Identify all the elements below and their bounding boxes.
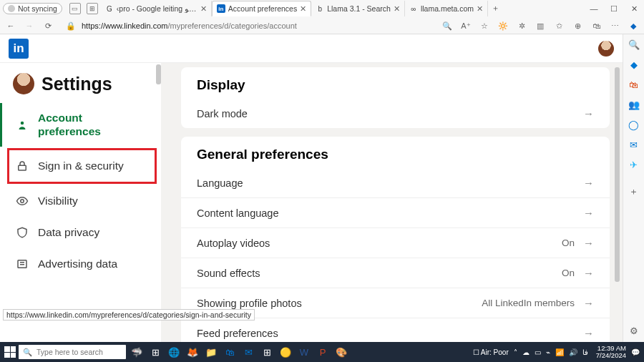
new-tab-button[interactable]: ＋ [488, 4, 502, 14]
battery-icon[interactable]: ▭ [535, 348, 541, 356]
sidebar-item-label: Data privacy [38, 226, 99, 240]
send-icon[interactable]: ✈ [628, 159, 640, 170]
search-icon[interactable]: 🔍 [441, 19, 454, 32]
favicon-bing-icon: b [316, 4, 324, 13]
maximize-button[interactable]: ☐ [604, 0, 624, 17]
tab-close-icon[interactable]: ✕ [394, 4, 400, 14]
tab-close-icon[interactable]: ✕ [477, 4, 483, 14]
split-icon[interactable]: ▥ [534, 19, 547, 32]
vertical-tabs-icon[interactable]: ⊞ [87, 3, 98, 14]
sidebar-item-ads[interactable]: Advertising data [0, 248, 161, 280]
read-aloud-icon[interactable]: A⁺ [459, 19, 472, 32]
tab-2[interactable]: b Llama 3.1 - Search ✕ [311, 1, 405, 16]
language-indicator[interactable]: فا [582, 348, 588, 356]
taskbar-clock[interactable]: 12:39 AM 7/24/2024 [596, 345, 626, 359]
edge-icon[interactable]: 🌐 [166, 344, 182, 360]
more-icon[interactable]: ⋯ [608, 19, 621, 32]
add-icon[interactable]: ＋ [628, 186, 640, 197]
tab-1-active[interactable]: in Account preferences ✕ [212, 1, 311, 16]
newspaper-icon [15, 257, 29, 271]
tab-3[interactable]: ∞ llama.meta.com ✕ [405, 1, 488, 16]
main-scrollbar[interactable] [615, 67, 620, 282]
firefox-icon[interactable]: 🦊 [185, 344, 200, 360]
copilot-icon[interactable]: ◆ [627, 19, 640, 32]
notifications-icon[interactable]: 💬 [631, 348, 640, 356]
row-feed[interactable]: Feed preferences → [181, 318, 610, 342]
bluetooth-icon[interactable]: ⌁ [546, 348, 550, 356]
sidebar-item-label: Sign in & security [38, 160, 124, 173]
search-icon[interactable]: 🔍 [628, 39, 640, 50]
address-bar[interactable]: 🔒 https://www.linkedin.com/mypreferences… [60, 19, 435, 32]
browser-tool-icon[interactable]: 🛍 [590, 19, 602, 32]
row-sound[interactable]: Sound effects On → [181, 258, 610, 288]
svg-point-0 [21, 121, 24, 124]
powerpoint-icon[interactable]: P [315, 344, 331, 360]
back-button[interactable]: ← [4, 19, 17, 32]
workspaces-icon[interactable]: ▭ [69, 3, 81, 14]
status-bar-link: https://www.linkedin.com/mypreferences/d… [3, 309, 255, 321]
page-title: Settings [42, 74, 112, 94]
tab-0[interactable]: G ‹pro - Google leiting کرائین کادیو ✕ [101, 1, 212, 16]
chrome-icon[interactable]: 🟡 [278, 344, 293, 360]
store-icon[interactable]: 🛍 [222, 344, 238, 360]
weather-widget[interactable]: ☐ Air: Poor [473, 348, 509, 356]
row-value: All LinkedIn members [482, 298, 575, 308]
row-dark-mode[interactable]: Dark mode → [181, 99, 610, 128]
mail-icon[interactable]: ✉ [240, 344, 256, 360]
close-button[interactable]: ✕ [624, 0, 644, 17]
profile-avatar[interactable] [13, 73, 34, 94]
row-autoplay[interactable]: Autoplay videos On → [181, 228, 610, 258]
windows-taskbar: 🔍 Type here to search 🦈 ⊞ 🌐 🦊 📁 🛍 ✉ ⊞ 🟡 … [0, 342, 644, 362]
sidebar-item-security[interactable]: Sign in & security [7, 148, 157, 184]
section-title: Display [181, 67, 610, 99]
tools-icon[interactable]: ◆ [628, 59, 640, 70]
profile-avatar[interactable] [598, 41, 614, 57]
paint-icon[interactable]: 🎨 [333, 344, 349, 360]
row-language[interactable]: Language → [181, 168, 610, 197]
sidebar-item-account[interactable]: Account preferences [0, 103, 161, 147]
tab-title: Llama 3.1 - Search [327, 4, 391, 13]
favicon-linkedin-icon: in [217, 4, 225, 13]
extensions-icon[interactable]: ✲ [515, 19, 528, 32]
start-button[interactable] [4, 346, 16, 358]
refresh-button[interactable]: ⟳ [42, 19, 54, 32]
sidebar-scrollbar[interactable] [156, 63, 161, 342]
sync-status[interactable]: Not syncing [3, 3, 62, 14]
chevron-right-icon: → [583, 237, 594, 249]
row-content-language[interactable]: Content language → [181, 197, 610, 228]
volume-icon[interactable]: 🔊 [569, 348, 577, 356]
tray-chevron-icon[interactable]: ˄ [514, 348, 517, 356]
person-icon [15, 118, 29, 132]
minimize-button[interactable]: ― [584, 0, 604, 17]
favorites-bar-icon[interactable]: ✩ [552, 19, 565, 32]
search-icon: 🔍 [23, 348, 32, 357]
grid-icon[interactable]: ⊞ [259, 344, 275, 360]
wifi-icon[interactable]: 📶 [555, 348, 564, 356]
browser-chrome: Not syncing ▭ ⊞ G ‹pro - Google leiting … [0, 0, 644, 34]
people-icon[interactable]: 👥 [628, 99, 640, 110]
onedrive-icon[interactable]: ☁ [522, 348, 530, 356]
favorite-icon[interactable]: ☆ [478, 19, 491, 32]
shark-icon[interactable]: 🦈 [129, 344, 145, 360]
tab-title: llama.meta.com [421, 4, 474, 13]
favicon-google-icon: G [105, 4, 114, 13]
sidebar-item-visibility[interactable]: Visibility [0, 185, 161, 217]
shopping-icon[interactable]: 🛍 [628, 79, 640, 90]
circle-icon[interactable]: ◯ [628, 119, 640, 130]
gear-icon[interactable]: ⚙ [628, 325, 640, 336]
tab-title: Account preferences [228, 4, 297, 13]
chevron-right-icon: → [583, 327, 594, 339]
settings-main: Display Dark mode → General preferences … [161, 63, 623, 342]
taskbar-search[interactable]: 🔍 Type here to search [19, 345, 126, 359]
tab-close-icon[interactable]: ✕ [300, 4, 306, 14]
explorer-icon[interactable]: 📁 [203, 344, 219, 360]
profile-dot-icon [8, 5, 15, 12]
outlook-icon[interactable]: ✉ [628, 139, 640, 150]
collections-icon[interactable]: ⊕ [571, 19, 584, 32]
linkedin-logo-icon[interactable]: in [9, 39, 29, 59]
zoom-icon[interactable]: 🔆 [497, 19, 509, 32]
tab-close-icon[interactable]: ✕ [200, 4, 207, 14]
word-icon[interactable]: W [296, 344, 312, 360]
sidebar-item-privacy[interactable]: Data privacy [0, 217, 161, 248]
task-view-icon[interactable]: ⊞ [147, 344, 163, 360]
